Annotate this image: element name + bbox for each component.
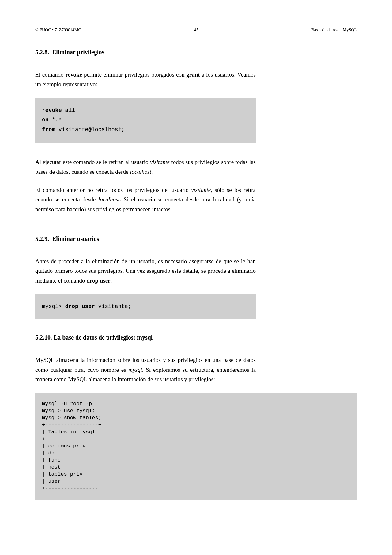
- code-block-drop-user: mysql> drop user visitante;: [35, 294, 256, 320]
- header-right: Bases de datos en MySQL: [311, 28, 357, 32]
- section-number: 5.2.10.: [35, 334, 52, 341]
- term-visitante: visitante: [150, 159, 170, 165]
- term-localhost: localhost: [130, 169, 151, 175]
- paragraph-528-1: El comando revoke permite eliminar privi…: [35, 70, 256, 89]
- paragraph-528-3: El comando anterior no retira todos los …: [35, 185, 256, 214]
- header-left: © FUOC • 71Z799014MO: [35, 28, 81, 32]
- code-block-revoke: revoke all on *.* from visitante@localho…: [35, 98, 256, 143]
- keyword-revoke: revoke: [65, 71, 82, 78]
- header-page-number: 45: [194, 28, 198, 32]
- term-visitante-2: visitante: [191, 187, 211, 193]
- keyword-grant: grant: [186, 71, 200, 78]
- paragraph-5210-1: MySQL almacena la información sobre los …: [35, 355, 256, 384]
- code-block-show-tables: mysql -u root -p mysql> use mysql; mysql…: [35, 393, 357, 500]
- section-heading-529: 5.2.9. Eliminar usuarios: [35, 235, 256, 242]
- term-localhost-2: localhost: [98, 196, 120, 203]
- section-number: 5.2.8.: [35, 49, 49, 55]
- keyword-drop-user: drop user: [86, 277, 110, 284]
- term-mysql: mysql: [128, 367, 142, 373]
- section-title: Eliminar privilegios: [52, 49, 104, 55]
- page-header: © FUOC • 71Z799014MO 45 Bases de datos e…: [35, 28, 357, 34]
- paragraph-529-1: Antes de proceder a la eliminación de un…: [35, 257, 256, 285]
- section-number: 5.2.9.: [35, 235, 49, 242]
- section-title: Eliminar usuarios: [52, 235, 99, 242]
- section-title: La base de datos de privilegios: mysql: [54, 334, 153, 341]
- paragraph-528-2: Al ejecutar este comando se le retiran a…: [35, 157, 256, 177]
- section-heading-5210: 5.2.10. La base de datos de privilegios:…: [35, 334, 256, 341]
- section-heading-528: 5.2.8. Eliminar privilegios: [35, 49, 256, 56]
